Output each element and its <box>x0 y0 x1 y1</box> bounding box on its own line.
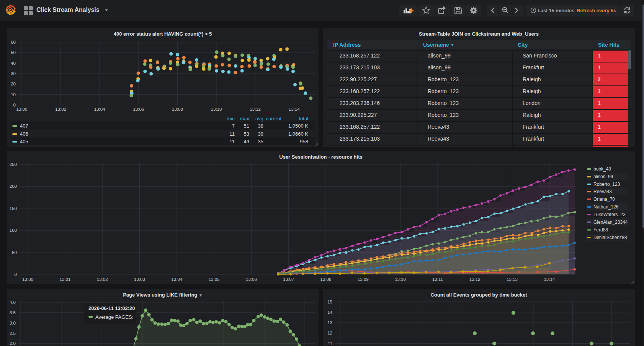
svg-text:250: 250 <box>10 162 17 167</box>
svg-text:10: 10 <box>11 92 16 97</box>
svg-text:60: 60 <box>11 40 16 44</box>
svg-text:50: 50 <box>12 250 17 255</box>
svg-text:200: 200 <box>10 184 17 189</box>
svg-text:13:08: 13:08 <box>172 107 183 112</box>
svg-text:3.0: 3.0 <box>10 321 16 325</box>
svg-text:13:02: 13:02 <box>97 277 108 282</box>
svg-text:13:14: 13:14 <box>544 277 555 282</box>
svg-text:2.0: 2.0 <box>10 341 16 346</box>
svg-text:13:05: 13:05 <box>209 277 220 282</box>
svg-text:0: 0 <box>13 103 16 107</box>
svg-text:13:11: 13:11 <box>432 277 443 282</box>
svg-text:13:09: 13:09 <box>358 277 369 282</box>
svg-text:30: 30 <box>11 71 16 76</box>
svg-text:100: 100 <box>10 228 17 233</box>
svg-text:13:12: 13:12 <box>250 107 261 112</box>
svg-text:13:06: 13:06 <box>133 107 144 112</box>
svg-text:13:02: 13:02 <box>55 107 66 112</box>
svg-text:14: 14 <box>327 310 332 315</box>
svg-text:13:07: 13:07 <box>283 277 294 282</box>
svg-text:12: 12 <box>327 331 332 335</box>
svg-text:3.5: 3.5 <box>10 310 16 315</box>
svg-text:11: 11 <box>328 341 332 346</box>
svg-text:13:00: 13:00 <box>22 277 33 282</box>
svg-text:13:06: 13:06 <box>246 277 257 282</box>
svg-text:13:13: 13:13 <box>507 277 518 282</box>
svg-text:15: 15 <box>327 300 332 304</box>
svg-text:13:12: 13:12 <box>469 277 481 282</box>
svg-text:50: 50 <box>11 50 16 55</box>
svg-text:13:14: 13:14 <box>289 107 300 112</box>
svg-text:13:04: 13:04 <box>94 107 105 112</box>
svg-text:13:08: 13:08 <box>320 277 332 282</box>
svg-text:0: 0 <box>15 272 17 277</box>
svg-text:13:10: 13:10 <box>395 277 406 282</box>
svg-text:13: 13 <box>327 320 332 325</box>
svg-text:13:01: 13:01 <box>60 277 71 282</box>
svg-text:4.0: 4.0 <box>10 300 16 305</box>
svg-text:13:04: 13:04 <box>171 277 182 282</box>
svg-text:13:03: 13:03 <box>134 277 145 282</box>
svg-text:20: 20 <box>11 82 16 86</box>
svg-text:150: 150 <box>10 206 17 211</box>
svg-text:40: 40 <box>11 61 16 66</box>
svg-text:13:10: 13:10 <box>211 107 222 112</box>
svg-text:13:00: 13:00 <box>16 107 28 112</box>
svg-text:2.5: 2.5 <box>10 331 16 336</box>
